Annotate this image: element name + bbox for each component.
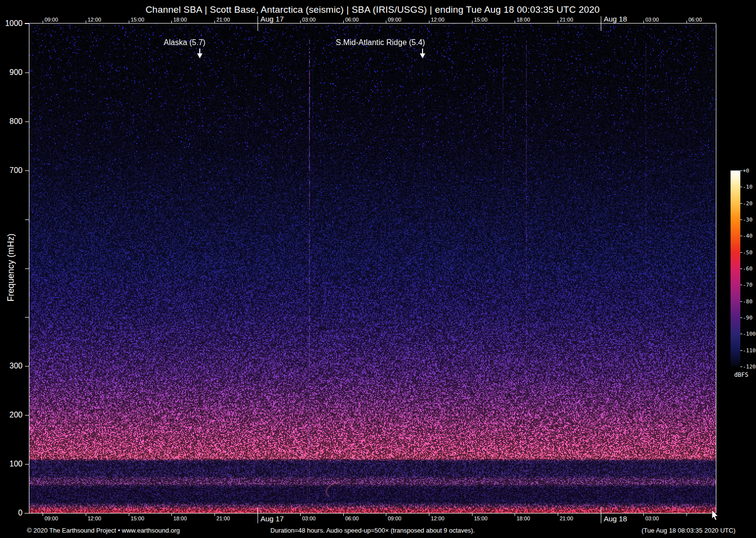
y-tick-label: 200 [1, 410, 23, 420]
x-tick-label-bottom: 12:00 [88, 515, 101, 521]
x-tick-label-bottom: 18:00 [173, 515, 187, 521]
colorbar-tick-label: -110 [743, 347, 756, 354]
timestamp-text: (Tue Aug 18 08:03:35 2020 UTC) [641, 527, 735, 534]
x-tick-label-top: 12:00 [88, 17, 101, 23]
x-tick [515, 513, 515, 516]
x-tick-label-top: 06:00 [688, 17, 702, 23]
x-tick [129, 21, 129, 24]
colorbar-tick [740, 301, 742, 302]
y-tick [25, 269, 29, 269]
colorbar-tick [740, 285, 742, 285]
x-tick [472, 513, 472, 516]
x-tick [643, 21, 644, 24]
x-tick-label-top: 09:00 [45, 17, 58, 23]
x-tick-label-bottom: 12:00 [431, 515, 445, 521]
colorbar-tick-label: -90 [743, 315, 753, 321]
x-tick-label-top: 18:00 [517, 17, 530, 23]
x-tick-label-bottom: 15:00 [131, 515, 144, 521]
y-tick-label: 100 [1, 459, 23, 469]
colorbar-tick [740, 187, 742, 187]
event-annotation-label: S.Mid-Atlantic Ridge (5.4) [336, 38, 425, 47]
event-arrow-icon [196, 49, 203, 59]
x-tick-label-bottom: Aug 18 [604, 514, 627, 523]
y-tick [25, 24, 29, 24]
x-tick [43, 21, 43, 24]
colorbar-tick-label: -60 [743, 266, 753, 272]
x-tick-label-top: Aug 17 [260, 15, 284, 23]
x-tick-label-top: 15:00 [474, 17, 488, 23]
x-tick [386, 513, 386, 516]
y-tick [25, 122, 29, 122]
x-tick-label-bottom: 18:00 [517, 515, 530, 521]
x-tick-label-top: 03:00 [645, 17, 659, 23]
x-tick [429, 21, 429, 24]
colorbar-tick [740, 334, 742, 334]
x-tick [686, 21, 687, 24]
colorbar-unit-label: dBFS [732, 371, 751, 378]
x-tick-label-bottom: 15:00 [474, 515, 488, 521]
plot-border-right [716, 24, 716, 513]
x-tick-label-bottom: 21:00 [560, 515, 573, 521]
x-tick-label-top: 21:00 [560, 17, 573, 23]
colorbar-tick [740, 236, 742, 236]
spectrogram-canvas [29, 24, 716, 513]
x-tick [472, 21, 472, 24]
x-tick [558, 21, 558, 24]
event-annotation-alaska: Alaska (5.7) [164, 38, 205, 47]
colorbar-tick-label: -70 [743, 282, 753, 288]
colorbar-tick-label: -40 [743, 233, 753, 239]
y-axis-title: Frequency (mHz) [6, 233, 16, 301]
event-annotation-mid-atlantic: S.Mid-Atlantic Ridge (5.4) [336, 38, 425, 47]
y-tick [25, 415, 29, 416]
x-tick-label-top: 21:00 [216, 17, 230, 23]
colorbar-tick [740, 203, 742, 204]
colorbar-tick [740, 350, 742, 351]
x-tick-label-bottom: 09:00 [388, 515, 402, 521]
x-axis-line-top [24, 23, 716, 24]
y-tick [25, 171, 29, 171]
colorbar [731, 171, 740, 367]
y-tick-label: 700 [1, 166, 23, 175]
x-tick-label-top: 18:00 [173, 17, 187, 23]
colorbar-tick-label: -80 [743, 298, 753, 305]
y-tick-label: 1000 [1, 19, 23, 28]
y-tick [25, 73, 29, 73]
x-tick-day [601, 16, 601, 31]
x-tick [171, 513, 172, 516]
mouse-cursor-icon [711, 510, 719, 521]
x-tick-label-bottom: 03:00 [645, 515, 659, 521]
colorbar-tick-label: -50 [743, 249, 753, 256]
x-tick [129, 513, 129, 516]
duration-text: Duration=48 hours. Audio speed-up=500× (… [29, 527, 716, 534]
y-tick-label: 900 [1, 68, 23, 77]
y-tick [25, 220, 29, 220]
x-tick [43, 513, 43, 516]
x-tick [300, 21, 301, 24]
x-tick [386, 21, 386, 24]
x-tick-label-top: Aug 18 [604, 15, 627, 23]
colorbar-tick [740, 171, 742, 171]
x-tick-label-bottom: Aug 17 [260, 514, 284, 523]
y-tick-label: 300 [1, 361, 23, 371]
colorbar-tick [740, 318, 742, 318]
y-tick [25, 513, 29, 514]
x-tick [86, 513, 86, 516]
x-tick [214, 21, 215, 24]
colorbar-tick-label: -30 [743, 217, 753, 223]
event-arrow-icon [419, 49, 426, 59]
x-tick-label-bottom: 03:00 [302, 515, 316, 521]
colorbar-tick-label: -20 [743, 200, 753, 207]
x-tick [429, 513, 429, 516]
x-tick-label-top: 09:00 [388, 17, 402, 23]
x-tick [343, 21, 344, 24]
x-tick [643, 513, 644, 516]
y-tick [25, 366, 29, 367]
x-tick [343, 513, 344, 516]
x-tick [558, 513, 558, 516]
x-tick-day [258, 16, 258, 31]
x-axis-line-bottom [24, 513, 716, 514]
colorbar-tick [740, 367, 742, 367]
event-annotation-label: Alaska (5.7) [164, 38, 205, 47]
colorbar-tick-label: +0 [743, 168, 749, 174]
colorbar-tick [740, 252, 742, 253]
